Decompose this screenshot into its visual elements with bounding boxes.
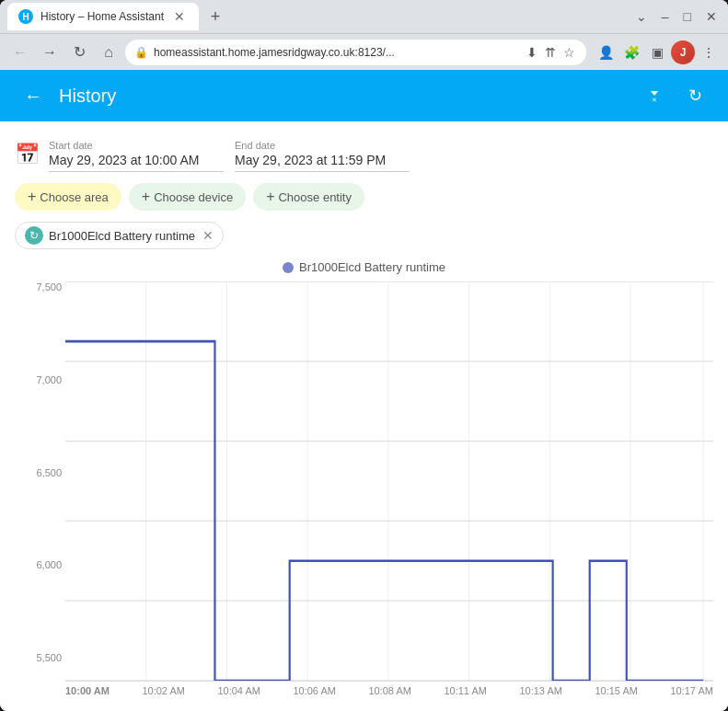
bookmark-icon[interactable]: ☆ — [561, 43, 577, 62]
legend-dot — [283, 262, 294, 273]
tab-title: History – Home Assistant — [40, 10, 164, 23]
y-label-2: 6,500 — [15, 467, 62, 478]
profile-sync-icon[interactable]: 👤 — [594, 40, 618, 64]
app-content: ← History ✕ ↻ 📅 — [0, 70, 728, 711]
x-label-0: 10:00 AM — [65, 685, 110, 696]
download-icon[interactable]: ⬇ — [525, 43, 539, 62]
browser-extras: 👤 🧩 ▣ J ⋮ — [594, 40, 721, 64]
chart-legend: Br1000Elcd Battery runtime — [15, 260, 713, 274]
browser-tab[interactable]: H History – Home Assistant ✕ — [7, 3, 199, 30]
address-bar[interactable]: 🔒 homeassistant.home.jamesridgway.co.uk:… — [125, 40, 586, 65]
profile-avatar[interactable]: J — [671, 40, 695, 64]
end-date-label: End date — [235, 140, 410, 151]
new-tab-button[interactable]: + — [202, 4, 228, 29]
x-label-6: 10:13 AM — [519, 685, 561, 696]
entity-chip: ↻ Br1000Elcd Battery runtime ✕ — [15, 222, 224, 249]
reload-nav-button[interactable]: ↻ — [66, 40, 92, 65]
filter-clear-button[interactable]: ✕ — [636, 77, 673, 114]
choose-area-button[interactable]: + Choose area — [15, 183, 121, 211]
plus-icon-device: + — [142, 189, 150, 205]
tab-close-button[interactable]: ✕ — [171, 8, 188, 25]
menu-icon[interactable]: ⋮ — [697, 40, 721, 64]
chart-container: Br1000Elcd Battery runtime 7,500 7,000 6… — [15, 260, 713, 696]
sidebar-icon[interactable]: ▣ — [645, 40, 669, 64]
date-fields: Start date May 29, 2023 at 10:00 AM End … — [49, 136, 410, 172]
start-date-field[interactable]: Start date May 29, 2023 at 10:00 AM — [49, 136, 224, 172]
address-actions: ⬇ ⇈ ☆ — [525, 43, 577, 62]
y-label-4: 5,500 — [15, 652, 62, 663]
app-header: ← History ✕ ↻ — [0, 70, 728, 121]
x-label-3: 10:06 AM — [293, 685, 335, 696]
entity-button-label: Choose entity — [278, 190, 352, 204]
window-maximize-button[interactable]: □ — [680, 7, 695, 26]
chart-svg — [65, 281, 713, 681]
extensions-icon[interactable]: 🧩 — [619, 40, 643, 64]
svg-text:✕: ✕ — [652, 97, 657, 103]
active-chips-row: ↻ Br1000Elcd Battery runtime ✕ — [15, 222, 713, 249]
entity-chip-close-button[interactable]: ✕ — [202, 228, 214, 243]
address-text: homeassistant.home.jamesridgway.co.uk:81… — [154, 46, 519, 59]
calendar-icon: 📅 — [15, 143, 40, 166]
end-date-field[interactable]: End date May 29, 2023 at 11:59 PM — [235, 136, 410, 172]
window-close-button[interactable]: ✕ — [702, 7, 721, 26]
x-label-4: 10:08 AM — [368, 685, 410, 696]
date-picker-wrapper: 📅 Start date May 29, 2023 at 10:00 AM En… — [15, 136, 410, 172]
x-label-2: 10:04 AM — [217, 685, 260, 696]
forward-nav-button[interactable]: → — [37, 40, 63, 65]
x-label-8: 10:17 AM — [670, 685, 712, 696]
chart-inner — [65, 281, 713, 682]
entity-chip-icon: ↻ — [25, 226, 43, 245]
device-button-label: Choose device — [154, 190, 233, 204]
chart-line — [65, 341, 703, 681]
end-date-value: May 29, 2023 at 11:59 PM — [235, 153, 410, 167]
chart-x-axis: 10:00 AM 10:02 AM 10:04 AM 10:06 AM 10:0… — [15, 682, 713, 696]
tab-search-icon[interactable]: ⌄ — [632, 7, 651, 26]
home-nav-button[interactable]: ⌂ — [96, 40, 121, 65]
favicon: H — [18, 9, 33, 24]
entity-chip-label: Br1000Elcd Battery runtime — [49, 229, 195, 243]
plus-icon-area: + — [28, 189, 36, 205]
share-icon[interactable]: ⇈ — [543, 43, 558, 62]
back-button[interactable]: ← — [15, 77, 52, 114]
y-label-1: 7,000 — [15, 374, 62, 385]
chart-y-axis: 7,500 7,000 6,500 6,000 5,500 — [15, 281, 65, 682]
filter-clear-icon: ✕ — [645, 86, 664, 105]
start-date-value: May 29, 2023 at 10:00 AM — [49, 153, 224, 167]
y-label-3: 6,000 — [15, 559, 62, 570]
window-minimize-button[interactable]: – — [658, 7, 673, 26]
browser-addressbar: ← → ↻ ⌂ 🔒 homeassistant.home.jamesridgwa… — [0, 33, 728, 70]
area-button-label: Choose area — [40, 190, 108, 204]
page-title: History — [59, 86, 636, 107]
x-label-5: 10:11 AM — [444, 685, 486, 696]
chart-area: 7,500 7,000 6,500 6,000 5,500 — [15, 281, 713, 682]
choose-device-button[interactable]: + Choose device — [129, 183, 246, 211]
x-label-1: 10:02 AM — [142, 685, 184, 696]
main-area: 📅 Start date May 29, 2023 at 10:00 AM En… — [0, 121, 728, 711]
browser-window: H History – Home Assistant ✕ + ⌄ – □ ✕ ←… — [0, 0, 728, 711]
back-nav-button[interactable]: ← — [7, 40, 33, 65]
window-controls: ⌄ – □ ✕ — [632, 7, 721, 26]
start-date-label: Start date — [49, 140, 224, 151]
filter-row: + Choose area + Choose device + Choose e… — [15, 183, 713, 211]
lock-icon: 🔒 — [134, 46, 148, 59]
legend-label: Br1000Elcd Battery runtime — [299, 260, 445, 274]
header-actions: ✕ ↻ — [636, 77, 713, 114]
choose-entity-button[interactable]: + Choose entity — [253, 183, 364, 211]
plus-icon-entity: + — [266, 189, 274, 205]
y-label-0: 7,500 — [15, 281, 62, 292]
refresh-button[interactable]: ↻ — [676, 77, 713, 114]
browser-titlebar: H History – Home Assistant ✕ + ⌄ – □ ✕ — [0, 0, 728, 33]
x-label-7: 10:15 AM — [595, 685, 637, 696]
date-row: 📅 Start date May 29, 2023 at 10:00 AM En… — [15, 136, 713, 172]
